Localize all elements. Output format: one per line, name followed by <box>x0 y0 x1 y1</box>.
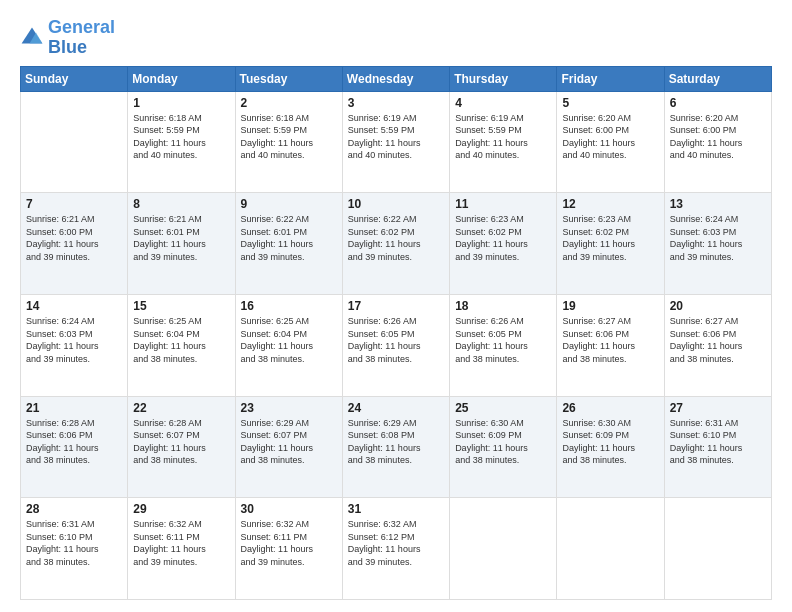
calendar-week-row: 28Sunrise: 6:31 AM Sunset: 6:10 PM Dayli… <box>21 498 772 600</box>
calendar-body: 1Sunrise: 6:18 AM Sunset: 5:59 PM Daylig… <box>21 91 772 599</box>
day-number: 7 <box>26 197 122 211</box>
calendar-cell: 8Sunrise: 6:21 AM Sunset: 6:01 PM Daylig… <box>128 193 235 295</box>
day-number: 22 <box>133 401 229 415</box>
cell-info: Sunrise: 6:18 AM Sunset: 5:59 PM Dayligh… <box>133 112 229 162</box>
cell-info: Sunrise: 6:32 AM Sunset: 6:11 PM Dayligh… <box>133 518 229 568</box>
page: GeneralBlue SundayMondayTuesdayWednesday… <box>0 0 792 612</box>
calendar-cell: 16Sunrise: 6:25 AM Sunset: 6:04 PM Dayli… <box>235 294 342 396</box>
day-number: 18 <box>455 299 551 313</box>
cell-info: Sunrise: 6:23 AM Sunset: 6:02 PM Dayligh… <box>562 213 658 263</box>
cell-info: Sunrise: 6:22 AM Sunset: 6:01 PM Dayligh… <box>241 213 337 263</box>
calendar-week-row: 1Sunrise: 6:18 AM Sunset: 5:59 PM Daylig… <box>21 91 772 193</box>
calendar-cell: 3Sunrise: 6:19 AM Sunset: 5:59 PM Daylig… <box>342 91 449 193</box>
cell-info: Sunrise: 6:29 AM Sunset: 6:07 PM Dayligh… <box>241 417 337 467</box>
cell-info: Sunrise: 6:21 AM Sunset: 6:00 PM Dayligh… <box>26 213 122 263</box>
calendar-header-cell: Tuesday <box>235 66 342 91</box>
cell-info: Sunrise: 6:20 AM Sunset: 6:00 PM Dayligh… <box>562 112 658 162</box>
cell-info: Sunrise: 6:22 AM Sunset: 6:02 PM Dayligh… <box>348 213 444 263</box>
cell-info: Sunrise: 6:20 AM Sunset: 6:00 PM Dayligh… <box>670 112 766 162</box>
logo: GeneralBlue <box>20 18 115 58</box>
calendar-cell: 26Sunrise: 6:30 AM Sunset: 6:09 PM Dayli… <box>557 396 664 498</box>
calendar-table: SundayMondayTuesdayWednesdayThursdayFrid… <box>20 66 772 600</box>
calendar-cell: 17Sunrise: 6:26 AM Sunset: 6:05 PM Dayli… <box>342 294 449 396</box>
day-number: 23 <box>241 401 337 415</box>
day-number: 1 <box>133 96 229 110</box>
day-number: 24 <box>348 401 444 415</box>
calendar-cell: 28Sunrise: 6:31 AM Sunset: 6:10 PM Dayli… <box>21 498 128 600</box>
calendar-header-cell: Thursday <box>450 66 557 91</box>
cell-info: Sunrise: 6:29 AM Sunset: 6:08 PM Dayligh… <box>348 417 444 467</box>
cell-info: Sunrise: 6:21 AM Sunset: 6:01 PM Dayligh… <box>133 213 229 263</box>
calendar-header-cell: Saturday <box>664 66 771 91</box>
day-number: 20 <box>670 299 766 313</box>
cell-info: Sunrise: 6:25 AM Sunset: 6:04 PM Dayligh… <box>133 315 229 365</box>
cell-info: Sunrise: 6:24 AM Sunset: 6:03 PM Dayligh… <box>670 213 766 263</box>
calendar-cell: 27Sunrise: 6:31 AM Sunset: 6:10 PM Dayli… <box>664 396 771 498</box>
calendar-cell: 22Sunrise: 6:28 AM Sunset: 6:07 PM Dayli… <box>128 396 235 498</box>
calendar-cell: 19Sunrise: 6:27 AM Sunset: 6:06 PM Dayli… <box>557 294 664 396</box>
calendar-header-cell: Monday <box>128 66 235 91</box>
calendar-cell: 1Sunrise: 6:18 AM Sunset: 5:59 PM Daylig… <box>128 91 235 193</box>
day-number: 25 <box>455 401 551 415</box>
calendar-cell: 11Sunrise: 6:23 AM Sunset: 6:02 PM Dayli… <box>450 193 557 295</box>
calendar-cell: 10Sunrise: 6:22 AM Sunset: 6:02 PM Dayli… <box>342 193 449 295</box>
cell-info: Sunrise: 6:26 AM Sunset: 6:05 PM Dayligh… <box>348 315 444 365</box>
calendar-week-row: 7Sunrise: 6:21 AM Sunset: 6:00 PM Daylig… <box>21 193 772 295</box>
cell-info: Sunrise: 6:19 AM Sunset: 5:59 PM Dayligh… <box>348 112 444 162</box>
calendar-cell: 23Sunrise: 6:29 AM Sunset: 6:07 PM Dayli… <box>235 396 342 498</box>
calendar-cell: 29Sunrise: 6:32 AM Sunset: 6:11 PM Dayli… <box>128 498 235 600</box>
day-number: 14 <box>26 299 122 313</box>
calendar-header-cell: Friday <box>557 66 664 91</box>
calendar-cell: 31Sunrise: 6:32 AM Sunset: 6:12 PM Dayli… <box>342 498 449 600</box>
cell-info: Sunrise: 6:30 AM Sunset: 6:09 PM Dayligh… <box>455 417 551 467</box>
day-number: 3 <box>348 96 444 110</box>
day-number: 28 <box>26 502 122 516</box>
cell-info: Sunrise: 6:31 AM Sunset: 6:10 PM Dayligh… <box>670 417 766 467</box>
day-number: 13 <box>670 197 766 211</box>
cell-info: Sunrise: 6:26 AM Sunset: 6:05 PM Dayligh… <box>455 315 551 365</box>
calendar-cell: 9Sunrise: 6:22 AM Sunset: 6:01 PM Daylig… <box>235 193 342 295</box>
calendar-cell: 6Sunrise: 6:20 AM Sunset: 6:00 PM Daylig… <box>664 91 771 193</box>
day-number: 26 <box>562 401 658 415</box>
calendar-cell: 15Sunrise: 6:25 AM Sunset: 6:04 PM Dayli… <box>128 294 235 396</box>
cell-info: Sunrise: 6:32 AM Sunset: 6:12 PM Dayligh… <box>348 518 444 568</box>
day-number: 15 <box>133 299 229 313</box>
day-number: 10 <box>348 197 444 211</box>
day-number: 2 <box>241 96 337 110</box>
calendar-cell: 24Sunrise: 6:29 AM Sunset: 6:08 PM Dayli… <box>342 396 449 498</box>
day-number: 19 <box>562 299 658 313</box>
day-number: 5 <box>562 96 658 110</box>
cell-info: Sunrise: 6:32 AM Sunset: 6:11 PM Dayligh… <box>241 518 337 568</box>
cell-info: Sunrise: 6:27 AM Sunset: 6:06 PM Dayligh… <box>562 315 658 365</box>
cell-info: Sunrise: 6:18 AM Sunset: 5:59 PM Dayligh… <box>241 112 337 162</box>
calendar-cell: 21Sunrise: 6:28 AM Sunset: 6:06 PM Dayli… <box>21 396 128 498</box>
calendar-cell: 14Sunrise: 6:24 AM Sunset: 6:03 PM Dayli… <box>21 294 128 396</box>
calendar-week-row: 21Sunrise: 6:28 AM Sunset: 6:06 PM Dayli… <box>21 396 772 498</box>
cell-info: Sunrise: 6:24 AM Sunset: 6:03 PM Dayligh… <box>26 315 122 365</box>
calendar-week-row: 14Sunrise: 6:24 AM Sunset: 6:03 PM Dayli… <box>21 294 772 396</box>
header: GeneralBlue <box>20 18 772 58</box>
logo-icon <box>20 26 44 50</box>
day-number: 11 <box>455 197 551 211</box>
day-number: 21 <box>26 401 122 415</box>
day-number: 8 <box>133 197 229 211</box>
logo-text: GeneralBlue <box>48 18 115 58</box>
day-number: 12 <box>562 197 658 211</box>
cell-info: Sunrise: 6:31 AM Sunset: 6:10 PM Dayligh… <box>26 518 122 568</box>
day-number: 27 <box>670 401 766 415</box>
calendar-cell: 20Sunrise: 6:27 AM Sunset: 6:06 PM Dayli… <box>664 294 771 396</box>
calendar-header-row: SundayMondayTuesdayWednesdayThursdayFrid… <box>21 66 772 91</box>
day-number: 30 <box>241 502 337 516</box>
cell-info: Sunrise: 6:23 AM Sunset: 6:02 PM Dayligh… <box>455 213 551 263</box>
cell-info: Sunrise: 6:28 AM Sunset: 6:06 PM Dayligh… <box>26 417 122 467</box>
calendar-header-cell: Wednesday <box>342 66 449 91</box>
day-number: 16 <box>241 299 337 313</box>
day-number: 4 <box>455 96 551 110</box>
calendar-cell <box>664 498 771 600</box>
calendar-cell <box>557 498 664 600</box>
calendar-cell <box>450 498 557 600</box>
day-number: 31 <box>348 502 444 516</box>
calendar-cell: 18Sunrise: 6:26 AM Sunset: 6:05 PM Dayli… <box>450 294 557 396</box>
cell-info: Sunrise: 6:28 AM Sunset: 6:07 PM Dayligh… <box>133 417 229 467</box>
calendar-cell: 12Sunrise: 6:23 AM Sunset: 6:02 PM Dayli… <box>557 193 664 295</box>
